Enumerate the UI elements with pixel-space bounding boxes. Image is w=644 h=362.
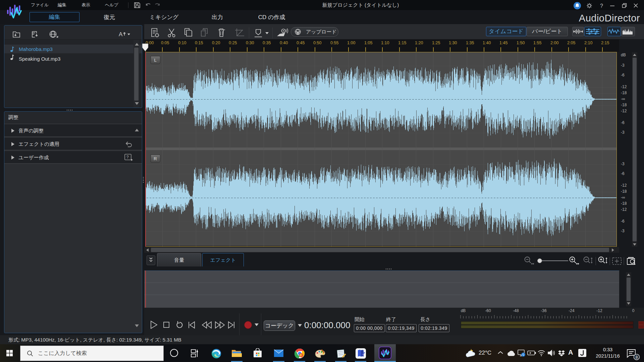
svg-text:?: ?	[600, 3, 603, 9]
svg-text:?: ?	[126, 155, 129, 160]
svg-text:R: R	[154, 156, 157, 161]
svg-text:A: A	[119, 31, 123, 38]
svg-text:8: 8	[636, 355, 638, 360]
svg-text:L: L	[154, 58, 156, 63]
